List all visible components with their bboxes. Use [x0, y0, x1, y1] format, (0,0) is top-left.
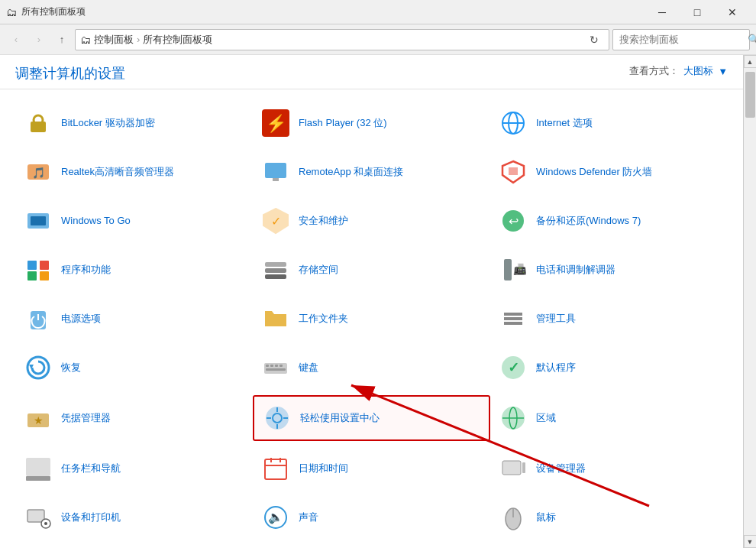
- breadcrumb-allitems: 所有控制面板项: [143, 33, 212, 47]
- grid-item-recovery[interactable]: 恢复: [15, 346, 253, 389]
- datetime-icon: [260, 453, 291, 484]
- svg-text:↩: ↩: [509, 215, 519, 228]
- defender-icon: [498, 157, 528, 187]
- security-icon: ✓: [260, 206, 291, 236]
- svg-rect-37: [275, 365, 278, 367]
- scroll-track[interactable]: [744, 68, 756, 535]
- folder-icon: 🗂: [80, 34, 91, 46]
- grid-item-security[interactable]: ✓安全和维护: [253, 199, 490, 242]
- grid-item-internet[interactable]: Internet 选项: [490, 102, 728, 144]
- scroll-thumb[interactable]: [745, 72, 755, 118]
- view-current-link[interactable]: 大图标: [683, 64, 713, 78]
- grid-item-defender[interactable]: Windows Defender 防火墙: [490, 151, 728, 193]
- grid-item-keyboard[interactable]: 键盘: [253, 346, 490, 389]
- grid-item-power[interactable]: 电源选项: [15, 297, 253, 340]
- svg-text:★: ★: [34, 414, 44, 426]
- ease-icon: [262, 403, 292, 433]
- grid-item-storage[interactable]: 存储空间: [253, 248, 490, 291]
- svg-rect-9: [265, 163, 286, 178]
- grid-item-bitlocker[interactable]: BitLocker 驱动器加密: [15, 102, 253, 144]
- grid-item-mouse[interactable]: 鼠标: [490, 496, 728, 539]
- mgmt-label: 管理工具: [536, 312, 576, 326]
- recovery-icon: [23, 352, 53, 383]
- up-button[interactable]: ↑: [52, 30, 72, 50]
- bitlocker-icon: [23, 108, 53, 138]
- grid-item-datetime[interactable]: 日期和时间: [253, 447, 490, 490]
- internet-label: Internet 选项: [536, 116, 593, 130]
- grid-item-network[interactable]: 网络和共享中心: [490, 545, 728, 548]
- grid-item-windowstogo[interactable]: Windows To Go: [15, 199, 253, 242]
- svg-rect-30: [504, 317, 522, 320]
- svg-text:✓: ✓: [508, 360, 519, 375]
- default-label: 默认程序: [536, 361, 576, 375]
- toolbar: ‹ › ↑ 🗂 控制面板 › 所有控制面板项 ↻ 🔍: [0, 24, 756, 55]
- svg-text:✓: ✓: [271, 215, 281, 228]
- content-area: 调整计算机的设置 查看方式： 大图标 ▼ BitLocker 驱动器加密⚡Fla…: [0, 55, 756, 548]
- search-icon: 🔍: [748, 34, 756, 45]
- windowstogo-label: Windows To Go: [61, 214, 131, 228]
- main-panel: 调整计算机的设置 查看方式： 大图标 ▼ BitLocker 驱动器加密⚡Fla…: [0, 55, 743, 548]
- svg-rect-38: [279, 365, 283, 367]
- bitlocker-label: BitLocker 驱动器加密: [61, 116, 155, 130]
- grid-item-programs[interactable]: 程序和功能: [15, 248, 253, 291]
- backup-label: 备份和还原(Windows 7): [536, 214, 641, 228]
- flash-icon: ⚡: [260, 108, 291, 138]
- svg-rect-20: [40, 261, 49, 270]
- phone-label: 电话和调制解调器: [536, 263, 615, 277]
- keyboard-icon: [260, 352, 291, 383]
- refresh-button[interactable]: ↻: [584, 29, 604, 50]
- svg-rect-31: [504, 322, 522, 325]
- grid-item-flash[interactable]: ⚡Flash Player (32 位): [253, 102, 490, 144]
- svg-text:⚡: ⚡: [266, 113, 287, 134]
- workfolder-label: 工作文件夹: [299, 312, 348, 326]
- grid-item-backup[interactable]: ↩备份和还原(Windows 7): [490, 199, 728, 242]
- remoteapp-icon: [260, 157, 291, 187]
- page-title: 调整计算机的设置: [15, 64, 125, 83]
- scroll-down-button[interactable]: ▼: [744, 535, 757, 548]
- svg-rect-60: [522, 462, 525, 473]
- svg-text:📠: 📠: [513, 263, 527, 276]
- address-bar[interactable]: 🗂 控制面板 › 所有控制面板项 ↻: [75, 29, 609, 50]
- grid-item-remoteapp[interactable]: RemoteApp 和桌面连接: [253, 151, 490, 193]
- close-button[interactable]: ✕: [715, 0, 750, 24]
- grid-item-ease[interactable]: 轻松使用设置中心: [253, 395, 490, 441]
- titlebar-left: 🗂 所有控制面板项: [6, 5, 86, 18]
- grid-item-credential[interactable]: ★凭据管理器: [15, 395, 253, 441]
- scrollbar: ▲ ▼: [743, 55, 756, 548]
- grid-item-workfolder[interactable]: 工作文件夹: [253, 297, 490, 340]
- realtek-label: Realtek高清晰音频管理器: [61, 165, 174, 179]
- grid-item-sync[interactable]: 同步中心: [253, 545, 490, 548]
- svg-rect-36: [270, 365, 273, 367]
- svg-rect-54: [26, 476, 50, 481]
- recovery-label: 恢复: [61, 361, 81, 375]
- svg-rect-23: [265, 262, 286, 267]
- grid-item-region[interactable]: 区域: [490, 395, 728, 441]
- svg-rect-59: [502, 461, 521, 475]
- svg-text:🎵: 🎵: [32, 167, 46, 180]
- grid-item-phone[interactable]: 📠电话和调制解调器: [490, 248, 728, 291]
- view-dropdown-icon[interactable]: ▼: [718, 66, 728, 77]
- maximize-button[interactable]: □: [680, 0, 715, 24]
- svg-rect-25: [265, 274, 286, 279]
- svg-rect-12: [509, 167, 518, 175]
- mouse-icon: [498, 502, 528, 533]
- svg-rect-21: [27, 271, 37, 280]
- minimize-button[interactable]: ─: [645, 0, 680, 24]
- svg-rect-19: [27, 261, 37, 270]
- grid-item-indexing[interactable]: 索引选项: [15, 545, 253, 548]
- grid-item-taskbar[interactable]: 任务栏和导航: [15, 447, 253, 490]
- scroll-up-button[interactable]: ▲: [744, 55, 757, 68]
- svg-point-63: [44, 522, 47, 525]
- search-input[interactable]: [619, 34, 748, 45]
- grid-item-devices[interactable]: 设备和打印机: [15, 496, 253, 539]
- grid-item-mgmt[interactable]: 管理工具: [490, 297, 728, 340]
- titlebar-title: 所有控制面板项: [21, 5, 86, 18]
- grid-item-default[interactable]: ✓默认程序: [490, 346, 728, 389]
- grid-item-realtek[interactable]: 🎵Realtek高清晰音频管理器: [15, 151, 253, 193]
- forward-button[interactable]: ›: [29, 30, 49, 50]
- grid-item-devmgr[interactable]: 设备管理器: [490, 447, 728, 490]
- grid-item-sound[interactable]: 🔈声音: [253, 496, 490, 539]
- keyboard-label: 键盘: [299, 361, 318, 375]
- search-box[interactable]: 🔍: [612, 29, 750, 50]
- back-button[interactable]: ‹: [6, 30, 26, 50]
